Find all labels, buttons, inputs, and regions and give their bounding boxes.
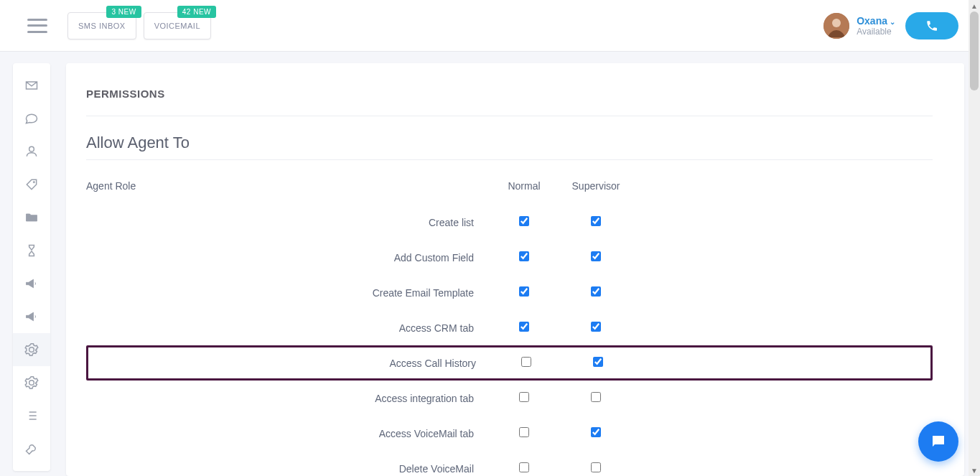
permission-label: Access Call History <box>361 358 490 369</box>
permission-row: Create list <box>86 205 933 240</box>
checkbox-supervisor[interactable] <box>591 216 601 226</box>
sidebar-item-megaphone-2[interactable] <box>13 300 50 333</box>
voicemail-badge: 42 NEW <box>177 6 216 18</box>
permission-label: Access CRM tab <box>359 322 488 334</box>
hamburger-menu-icon[interactable] <box>27 19 47 33</box>
checkbox-supervisor[interactable] <box>591 462 601 472</box>
sidebar-item-hourglass[interactable] <box>13 234 50 267</box>
checkbox-supervisor[interactable] <box>591 322 601 332</box>
main-card: PERMISSIONS Allow Agent To Agent Role No… <box>66 63 964 476</box>
checkbox-supervisor[interactable] <box>591 427 601 437</box>
list-icon <box>24 409 39 423</box>
user-name: Oxana <box>857 15 887 27</box>
hourglass-icon <box>24 243 39 258</box>
col-normal: Normal <box>488 180 560 192</box>
section-title: PERMISSIONS <box>86 88 933 100</box>
sms-inbox-badge: 3 NEW <box>106 6 141 18</box>
chat-icon <box>24 111 39 126</box>
megaphone-icon <box>24 276 39 291</box>
checkbox-normal[interactable] <box>519 251 529 261</box>
scrollbar[interactable]: ▲ ▼ <box>969 0 980 476</box>
chat-fab[interactable] <box>918 421 958 462</box>
sidebar-item-chat[interactable] <box>13 102 50 135</box>
permission-row: Access VoiceMail tab <box>86 416 933 451</box>
svg-point-2 <box>33 182 34 183</box>
col-supervisor: Supervisor <box>560 180 632 192</box>
avatar <box>823 13 849 39</box>
permission-label: Add Custom Field <box>359 252 488 263</box>
sidebar-item-megaphone-1[interactable] <box>13 267 50 300</box>
chevron-down-icon: ⌄ <box>890 18 895 26</box>
checkbox-supervisor[interactable] <box>591 251 601 261</box>
chat-bubble-icon <box>930 433 947 450</box>
scroll-thumb[interactable] <box>970 11 979 90</box>
checkbox-normal[interactable] <box>519 392 529 402</box>
user-icon <box>24 144 39 159</box>
sidebar-item-tag[interactable] <box>13 168 50 201</box>
user-meta: Oxana⌄ Available <box>857 15 895 37</box>
permission-label: Create Email Template <box>359 287 488 299</box>
wrench-icon <box>24 442 39 456</box>
permission-row: Access CRM tab <box>86 310 933 345</box>
permission-row: Delete VoiceMail <box>86 451 933 476</box>
sidebar <box>13 63 50 471</box>
permission-label: Create list <box>359 217 488 228</box>
permissions-table: Agent Role Normal Supervisor Create list… <box>86 176 933 476</box>
divider <box>86 159 933 160</box>
sidebar-item-list[interactable] <box>13 399 50 432</box>
sidebar-item-settings-1[interactable] <box>13 333 50 366</box>
sms-inbox-button[interactable]: SMS INBOX 3 NEW <box>67 12 136 39</box>
subheading: Allow Agent To <box>86 134 933 152</box>
permission-row: Access integration tab <box>86 381 933 416</box>
sidebar-item-wrench[interactable] <box>13 432 50 465</box>
checkbox-normal[interactable] <box>519 286 529 297</box>
checkbox-normal[interactable] <box>519 462 529 472</box>
user-menu[interactable]: Oxana⌄ Available <box>823 13 895 39</box>
folder-icon <box>24 210 39 225</box>
sms-inbox-label: SMS INBOX <box>78 22 126 30</box>
table-header-row: Agent Role Normal Supervisor <box>86 176 933 205</box>
checkbox-normal[interactable] <box>519 427 529 437</box>
gear-icon <box>24 342 39 357</box>
permission-label: Access VoiceMail tab <box>359 428 488 439</box>
permission-label: Access integration tab <box>359 393 488 404</box>
user-status: Available <box>857 27 895 37</box>
checkbox-normal[interactable] <box>519 216 529 226</box>
call-button[interactable] <box>905 12 958 39</box>
checkbox-normal[interactable] <box>519 322 529 332</box>
permission-label: Delete VoiceMail <box>359 463 488 475</box>
sidebar-item-mail[interactable] <box>13 69 50 102</box>
sidebar-item-contacts[interactable] <box>13 135 50 168</box>
scroll-up-icon[interactable]: ▲ <box>969 0 980 11</box>
voicemail-button[interactable]: VOICEMAIL 42 NEW <box>144 12 211 39</box>
voicemail-label: VOICEMAIL <box>154 22 200 30</box>
phone-icon <box>925 19 938 32</box>
checkbox-supervisor[interactable] <box>593 357 603 367</box>
megaphone-icon <box>24 309 39 324</box>
sidebar-item-folder[interactable] <box>13 201 50 234</box>
mail-icon <box>24 78 39 93</box>
checkbox-normal[interactable] <box>521 357 531 367</box>
scroll-down-icon[interactable]: ▼ <box>969 465 980 476</box>
checkbox-supervisor[interactable] <box>591 286 601 297</box>
sidebar-item-settings-2[interactable] <box>13 366 50 399</box>
tag-icon <box>24 177 39 192</box>
permission-row: Access Call History <box>86 345 933 381</box>
permission-row: Add Custom Field <box>86 240 933 275</box>
checkbox-supervisor[interactable] <box>591 392 601 402</box>
permission-row: Create Email Template <box>86 275 933 310</box>
top-header: SMS INBOX 3 NEW VOICEMAIL 42 NEW Oxana⌄ … <box>0 0 980 52</box>
col-agentrole: Agent Role <box>86 180 359 192</box>
svg-point-1 <box>832 19 841 27</box>
gear-icon <box>24 375 39 390</box>
divider <box>86 116 933 116</box>
